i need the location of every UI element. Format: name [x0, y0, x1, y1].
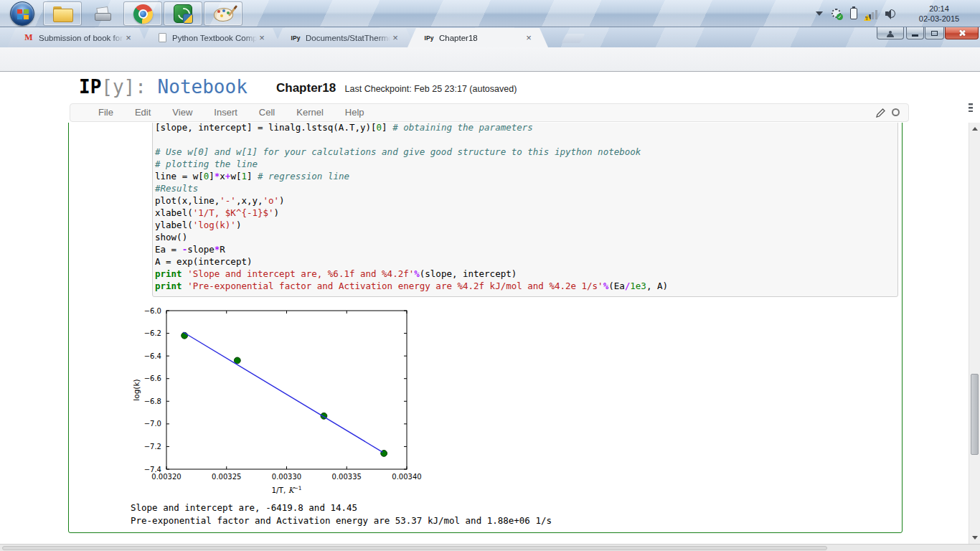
code-editor[interactable]: [slope, intercept] = linalg.lstsq(A.T,y)… — [155, 123, 668, 292]
browser-tab-1[interactable]: MSubmission of book for Cl× — [7, 28, 148, 47]
maximize-icon — [931, 31, 938, 36]
printer-taskbar-button[interactable] — [83, 1, 122, 26]
menu-cell[interactable]: Cell — [248, 104, 286, 121]
palette-taskbar-button[interactable] — [204, 1, 242, 26]
tab-close-icon[interactable]: × — [524, 33, 534, 43]
menu-insert[interactable]: Insert — [203, 104, 248, 121]
code-line: #Results — [155, 182, 668, 194]
menu-edit[interactable]: Edit — [124, 104, 161, 121]
svg-text:−7.0: −7.0 — [144, 420, 161, 428]
tab-title: Submission of book for Cl — [39, 34, 123, 42]
desktop: 20:14 02-03-2015 MSubmission of book for… — [0, 0, 980, 551]
start-icon — [10, 1, 34, 26]
scroll-down-arrow[interactable] — [972, 536, 978, 540]
gmail-favicon-icon: M — [23, 32, 34, 44]
page-favicon-icon — [156, 32, 168, 44]
tab-close-icon[interactable]: × — [390, 33, 400, 43]
close-icon — [958, 29, 966, 37]
chrome-tab-strip: MSubmission of book for Cl×Python Textbo… — [0, 27, 980, 47]
clock-time: 20:14 — [915, 4, 963, 14]
notebook-header: IP[y]: Notebook Chapter18 Last Checkpoin… — [0, 72, 969, 123]
tab-close-icon[interactable]: × — [257, 33, 267, 43]
minimize-icon — [912, 34, 918, 37]
svg-text:−6.2: −6.2 — [144, 329, 161, 337]
code-line: [slope, intercept] = linalg.lstsq(A.T,y)… — [155, 123, 668, 133]
person-icon — [887, 31, 894, 38]
start-taskbar-button[interactable] — [3, 1, 42, 26]
svg-text:−6.4: −6.4 — [144, 352, 161, 360]
code-line: # Use w[0] and w[1] for your calculation… — [155, 146, 668, 158]
volume-icon[interactable] — [885, 9, 895, 19]
svg-text:0.00325: 0.00325 — [212, 473, 241, 481]
code-line: print 'Slope and intercept are, %6.1f an… — [155, 268, 668, 280]
printer-icon — [94, 6, 111, 21]
notebook-title-row: Chapter18 Last Checkpoint: Feb 25 23:17 … — [276, 81, 517, 95]
palette-icon — [213, 6, 233, 22]
close-button[interactable] — [945, 27, 979, 39]
notebook-menubar: FileEditViewInsertCellKernelHelp — [70, 103, 909, 122]
horizontal-scrollbar-thumb[interactable] — [2, 546, 827, 550]
maximize-button[interactable] — [925, 27, 944, 39]
svg-text:0.00330: 0.00330 — [272, 473, 301, 481]
tab-title: Chapter18 — [439, 34, 524, 42]
windows-taskbar: 20:14 02-03-2015 — [0, 0, 980, 27]
code-line: show() — [155, 231, 668, 243]
menu-items: FileEditViewInsertCellKernelHelp — [88, 104, 375, 121]
svg-text:0.00335: 0.00335 — [332, 473, 362, 481]
menu-help[interactable]: Help — [334, 104, 375, 121]
code-line: ylabel('log(k)') — [155, 219, 668, 231]
profile-button[interactable] — [877, 27, 904, 39]
notebook-title[interactable]: Chapter18 — [276, 81, 336, 95]
taskbar-clock[interactable]: 20:14 02-03-2015 — [915, 4, 963, 24]
browser-tab-4[interactable]: IPyChapter18× — [407, 28, 548, 47]
network-warning-icon[interactable] — [865, 9, 877, 19]
brush-icon — [228, 5, 237, 17]
kernel-idle-icon — [892, 108, 900, 116]
svg-text:−6.8: −6.8 — [144, 397, 161, 405]
minimize-button[interactable] — [906, 27, 924, 39]
system-tray — [816, 0, 895, 27]
output-line: Slope and intercept are, -6419.8 and 14.… — [131, 501, 552, 514]
svg-text:−6.6: −6.6 — [144, 375, 161, 382]
explorer-taskbar-button[interactable] — [43, 1, 82, 26]
checkpoint-status: Last Checkpoint: Feb 25 23:17 (autosaved… — [345, 84, 517, 94]
battery-icon[interactable] — [850, 8, 857, 19]
updates-gears-icon[interactable] — [831, 8, 842, 19]
cell-output-text: Slope and intercept are, -6419.8 and 14.… — [131, 501, 552, 527]
canopy-icon — [174, 4, 192, 23]
horizontal-scrollbar[interactable] — [0, 544, 980, 551]
menu-kernel[interactable]: Kernel — [286, 104, 334, 121]
svg-text:−6.0: −6.0 — [144, 307, 161, 315]
tab-close-icon[interactable]: × — [123, 33, 133, 43]
hidden-icons-chevron-icon[interactable] — [816, 11, 823, 16]
tab-title: Documents/StatThermod — [306, 34, 390, 42]
canopy-taskbar-button[interactable] — [164, 1, 202, 26]
matplotlib-plot: 0.003200.003250.003300.003350.00340−7.4−… — [122, 306, 423, 499]
volume-wave — [891, 9, 895, 18]
code-line: # plotting the line — [155, 158, 668, 170]
code-line: print 'Pre-exponential factor and Activa… — [155, 280, 668, 292]
code-line: A = exp(intercept) — [155, 255, 668, 268]
menu-view[interactable]: View — [161, 104, 203, 121]
svg-text:log(k): log(k) — [132, 379, 141, 400]
code-line: xlabel('1/T, $K^{-1}$') — [155, 207, 668, 219]
menu-file[interactable]: File — [88, 104, 124, 121]
browser-tab-3[interactable]: IPyDocuments/StatThermod× — [274, 28, 415, 47]
svg-text:0.00320: 0.00320 — [151, 473, 181, 481]
notebook-content: [slope, intercept] = linalg.lstsq(A.T,y)… — [0, 123, 969, 544]
svg-text:−7.4: −7.4 — [144, 466, 161, 474]
svg-text:1/T, K−1: 1/T, K−1 — [271, 485, 301, 494]
tab-title: Python Textbook Compar — [172, 34, 257, 42]
chrome-icon — [133, 4, 153, 24]
ipy-favicon-icon: IPy — [290, 32, 301, 44]
vertical-scrollbar-thumb[interactable] — [971, 374, 979, 455]
clock-date: 02-03-2015 — [915, 14, 963, 24]
svg-text:−7.2: −7.2 — [144, 443, 161, 451]
code-line — [155, 133, 668, 146]
scroll-up-arrow[interactable] — [972, 127, 978, 131]
vertical-scrollbar[interactable] — [969, 123, 980, 544]
logo-notebook: Notebook — [158, 76, 248, 98]
browser-tab-2[interactable]: Python Textbook Compar× — [141, 28, 281, 47]
chrome-taskbar-button[interactable] — [123, 1, 162, 26]
ipython-logo[interactable]: IP[y]: Notebook — [79, 76, 248, 98]
